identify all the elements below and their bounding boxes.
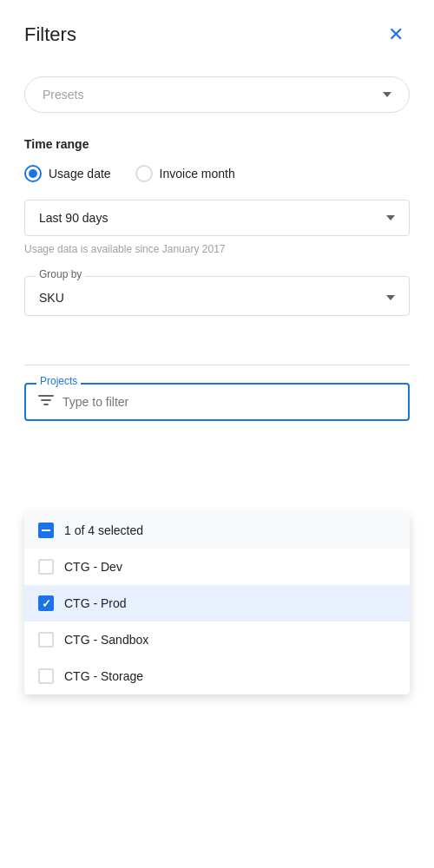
radio-usage-date-label: Usage date xyxy=(49,167,111,181)
projects-dropdown-list: 1 of 4 selected CTG - Dev CTG - Prod CTG… xyxy=(24,512,410,694)
ctg-prod-label: CTG - Prod xyxy=(64,596,127,610)
projects-legend: Projects xyxy=(36,375,81,387)
presets-placeholder: Presets xyxy=(43,88,83,102)
radio-invoice-month-label: Invoice month xyxy=(160,167,235,181)
divider xyxy=(24,365,410,365)
projects-fieldset: Projects xyxy=(24,383,410,421)
ctg-sandbox-checkbox xyxy=(38,632,54,648)
radio-usage-date-circle xyxy=(24,165,42,182)
ctg-dev-label: CTG - Dev xyxy=(64,560,122,574)
group-by-fieldset: Group by SKU xyxy=(24,276,410,316)
projects-filter-row xyxy=(26,385,408,419)
projects-list-item[interactable]: CTG - Storage xyxy=(24,658,410,694)
filters-panel: Filters ✕ Presets Time range Usage date … xyxy=(0,0,434,868)
ctg-prod-checkbox xyxy=(38,595,54,611)
panel-title: Filters xyxy=(24,23,76,46)
presets-arrow-icon xyxy=(383,92,391,97)
date-range-hint: Usage data is available since January 20… xyxy=(24,243,410,255)
projects-list-item[interactable]: CTG - Sandbox xyxy=(24,621,410,658)
date-range-dropdown[interactable]: Last 90 days xyxy=(24,200,410,236)
group-by-dropdown[interactable]: SKU xyxy=(39,291,395,305)
group-by-legend: Group by xyxy=(36,268,85,280)
projects-indeterminate-checkbox xyxy=(38,523,54,538)
projects-filter-input[interactable] xyxy=(62,395,396,409)
group-by-value: SKU xyxy=(39,291,64,305)
time-range-label: Time range xyxy=(24,137,410,151)
ctg-sandbox-label: CTG - Sandbox xyxy=(64,633,148,647)
projects-list-item[interactable]: CTG - Prod xyxy=(24,585,410,621)
ctg-dev-checkbox xyxy=(38,559,54,575)
group-by-arrow-icon xyxy=(386,295,395,300)
ctg-storage-checkbox xyxy=(38,668,54,684)
presets-dropdown[interactable]: Presets xyxy=(24,76,410,113)
projects-select-all-item[interactable]: 1 of 4 selected xyxy=(24,512,410,549)
radio-invoice-month[interactable]: Invoice month xyxy=(135,165,235,182)
panel-header: Filters ✕ xyxy=(24,21,410,49)
radio-usage-date[interactable]: Usage date xyxy=(24,165,111,182)
time-range-radio-group: Usage date Invoice month xyxy=(24,165,410,182)
date-range-arrow-icon xyxy=(386,215,395,220)
radio-invoice-month-circle xyxy=(135,165,153,182)
filter-icon xyxy=(38,393,54,411)
date-range-value: Last 90 days xyxy=(39,211,108,225)
projects-list-item[interactable]: CTG - Dev xyxy=(24,549,410,585)
ctg-storage-label: CTG - Storage xyxy=(64,669,143,683)
close-button[interactable]: ✕ xyxy=(382,21,410,49)
projects-selected-count: 1 of 4 selected xyxy=(64,523,143,537)
